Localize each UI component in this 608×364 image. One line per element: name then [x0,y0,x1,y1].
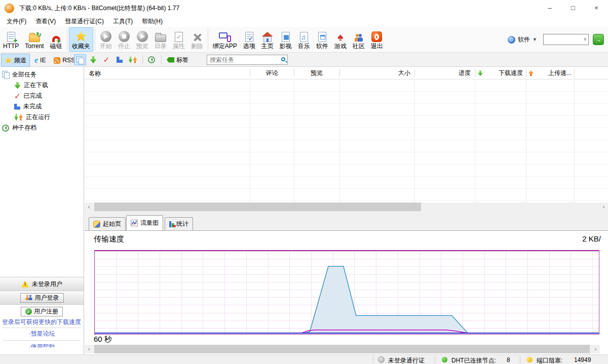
user-login-button[interactable]: 用户登录 [20,293,64,303]
filter-separator [142,55,143,64]
options-icon: ✓ [245,30,253,42]
close-button[interactable]: × [585,0,608,16]
window-controls: – □ × [538,0,608,16]
sub-toolbar: 频道 e IE RSS ✓ 标签 [0,53,608,67]
column-progress[interactable]: 进度 [414,67,475,79]
filter-all-tasks-button[interactable] [74,54,86,65]
task-tree-sidebar: 全部任务 正在下载 ✓ 已完成 未完成 正在运行 种子存档 未登录用户 [0,67,84,354]
tag-filter-button[interactable]: 标签 [164,54,191,65]
menu-view[interactable]: 查看(V) [31,16,60,27]
start-button[interactable]: 开始 [97,27,115,52]
hscroll-thumb[interactable] [94,203,421,211]
stop-button[interactable]: 停止 [115,27,133,52]
menu-tools[interactable]: 工具(T) [108,16,137,27]
open-torrent-button[interactable]: ↻ Torrent [22,27,47,52]
column-comments[interactable]: 评论 [250,67,294,79]
updown-arrows-icon [14,114,23,120]
scroll-right-icon[interactable]: › [599,203,608,211]
task-list-hscrollbar[interactable]: ‹ › [85,203,608,211]
menu-passport[interactable]: 彗星通行证(C) [60,16,108,27]
user-register-button[interactable]: ✓ 用户注册 [21,307,63,316]
folder-icon [155,30,166,42]
menu-help[interactable]: 帮助(H) [137,16,167,27]
music-button[interactable]: ♫ 音乐 [295,27,313,52]
maximize-button[interactable]: □ [561,0,585,16]
scroll-left-icon[interactable]: ‹ [85,345,93,353]
menu-file[interactable]: 文件(F) [2,16,31,27]
filter-finished-button[interactable]: ✓ [100,54,112,65]
passport-status[interactable]: 未登录通行证 [388,356,425,364]
tab-channels[interactable]: 频道 [1,54,30,67]
torrent-archive-button[interactable] [145,54,158,65]
preview-icon [137,30,148,42]
filter-downloading-button[interactable] [87,54,99,65]
scroll-right-icon[interactable]: › [591,345,600,353]
community-button[interactable]: 社区 [350,27,368,52]
scroll-left-icon[interactable]: ‹ [85,203,93,211]
dht-status-label[interactable]: DHT已连接节点: [451,356,496,364]
homepage-button[interactable]: 主页 [258,27,277,52]
task-search-box [207,55,288,65]
minimize-button[interactable]: – [538,0,561,16]
tab-statistics[interactable]: 统计 [165,217,193,230]
movies-button[interactable]: 影视 [277,27,295,52]
play-icon [100,30,111,42]
line-chart-icon [131,220,138,226]
delete-x-icon [193,30,202,42]
column-upload-speed[interactable]: 上传速... [526,67,574,79]
column-download-speed[interactable]: 下载速度 [475,67,526,79]
titlebar: 下载:0 KB/s, 上传:0 KB/s - BitComet(比特彗星) (6… [0,0,608,16]
tree-incomplete[interactable]: 未完成 [0,101,84,112]
torrent-folder-icon: ↻ [29,30,40,42]
bind-app-button[interactable]: 绑定APP [210,27,240,52]
options-button[interactable]: ✓ 选项 [240,27,258,52]
hscroll-thumb[interactable] [94,345,590,353]
login-panel: 未登录用户 用户登录 ✓ 用户注册 登录后可获得更快的下载速度 ·彗星论坛 ·使… [0,277,84,354]
tab-start-page[interactable]: 起始页 [89,217,126,230]
properties-button[interactable]: ✓ 属性 [170,27,188,52]
tab-traffic-graph[interactable]: 流量图 [126,215,163,230]
exit-button[interactable]: 退出 [368,27,386,52]
preview-button[interactable]: 预览 [133,27,151,52]
tab-ie[interactable]: e IE [31,54,49,67]
task-list-body[interactable] [85,79,608,203]
software-button[interactable]: 软件 [313,27,331,52]
web-search-group: 软件 ▼ ∨ → [506,27,604,52]
tree-downloading[interactable]: 正在下载 [0,80,84,91]
delete-button[interactable]: 删除 [188,27,206,52]
forum-link[interactable]: ·彗星论坛 [0,330,84,338]
bind-app-icon [219,30,231,42]
open-directory-button[interactable]: 目录 [151,27,170,52]
check-icon: ✓ [14,93,21,100]
search-engine-selector[interactable]: 软件 ▼ [506,34,539,45]
add-http-task-button[interactable]: + HTTP [0,27,22,52]
incomplete-icon [14,104,20,110]
web-search-combobox[interactable]: ∨ [543,34,589,45]
bottom-pane-hscrollbar[interactable]: ‹ › [85,345,600,353]
filter-incomplete-button[interactable] [113,54,126,65]
column-preview[interactable]: 预览 [294,67,339,79]
login-button-row: 用户登录 [0,291,84,305]
search-go-button[interactable]: → [593,34,604,45]
traffic-chart-svg [95,251,599,334]
home-icon [262,30,273,42]
favorites-button[interactable]: 收藏夹 [69,27,93,52]
column-name[interactable]: 名称 [89,69,101,78]
http-task-icon: + [7,30,15,42]
column-size[interactable]: 大小 [339,67,414,79]
port-status-label[interactable]: 端口阻塞: [537,356,562,364]
task-search-input[interactable] [207,55,275,64]
tree-all-tasks[interactable]: 全部任务 [0,69,84,80]
tree-active[interactable]: 正在运行 [0,112,84,123]
login-status-bar: 未登录用户 [0,277,84,291]
partial-link[interactable]: ·使用帮助 [0,343,84,347]
sidebar-tab-strip: 频道 e IE RSS [1,54,80,67]
go-arrow-icon: → [595,36,601,43]
filter-active-button[interactable] [127,54,139,65]
spade-icon: ♠ [337,30,343,42]
tree-torrent-archive[interactable]: 种子存档 [0,123,84,133]
games-button[interactable]: ♠ 游戏 [331,27,350,52]
add-magnet-button[interactable]: + 磁链 [47,27,65,52]
tree-finished[interactable]: ✓ 已完成 [0,91,84,101]
incomplete-icon [117,57,123,63]
